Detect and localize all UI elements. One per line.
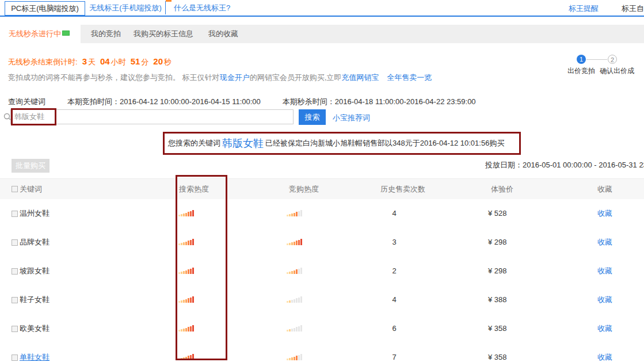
col-favorite: 收藏 (597, 179, 612, 200)
keyword-cell[interactable]: 温州女鞋 (20, 199, 49, 228)
search-button[interactable]: 搜索 (299, 109, 326, 125)
seckill-tab-label: 无线秒杀进行中 (9, 29, 61, 38)
sold-count-cell: 6 (368, 314, 420, 343)
message-keyword-link[interactable]: 韩版女鞋 (222, 136, 264, 150)
keyword-cell[interactable]: 坡跟女鞋 (20, 257, 49, 285)
select-all-checkbox[interactable] (12, 179, 18, 200)
page: PC标王(电脑端投放) 无线标王(手机端投放) 什么是无线标王? 标王提醒 标王… (0, 0, 644, 362)
price-cell: ¥ 388 (488, 285, 507, 314)
sold-count-cell: 7 (368, 343, 420, 362)
tab-my-auction[interactable]: 我的竞拍 (91, 25, 121, 43)
compete-heat-bars-icon (287, 268, 303, 274)
compete-heat-bars-icon (287, 210, 303, 216)
col-compete-heat: 竞购热度 (289, 179, 319, 200)
row-checkbox[interactable] (12, 355, 18, 361)
price-cell: ¥ 298 (488, 257, 507, 285)
compete-heat-bars-icon (287, 296, 303, 303)
row-checkbox[interactable] (12, 297, 18, 303)
countdown-label: 无线秒杀结束倒计时: (8, 58, 78, 66)
tab-seckill-active[interactable]: 无线秒杀进行中 (0, 25, 81, 43)
query-row: 查询关键词本期竞拍时间：2016-04-12 10:00:00-2016-04-… (8, 97, 498, 107)
countdown-unit: 秒 (164, 58, 172, 66)
countdown-unit: 天 (88, 58, 96, 66)
sold-count-cell: 2 (368, 257, 420, 285)
col-price: 体验价 (491, 179, 513, 200)
table-row: 单鞋女鞋7¥ 358收藏 (0, 343, 644, 362)
search-heat-bars-icon (178, 354, 195, 360)
search-heat-bars-icon (178, 296, 195, 303)
row-checkbox[interactable] (12, 268, 18, 275)
keyword-cell[interactable]: 鞋子女鞋 (20, 285, 49, 314)
favorite-link[interactable]: 收藏 (597, 199, 612, 228)
tab-pc-biaowang[interactable]: PC标王(电脑端投放) (5, 1, 85, 16)
biaowang-remind-link[interactable]: 标王提醒 (569, 3, 599, 14)
col-sold-count: 历史售卖次数 (380, 179, 425, 200)
notice-link[interactable]: 现金开户 (220, 73, 250, 82)
keyword-cell[interactable]: 品牌女鞋 (20, 228, 49, 257)
compete-heat-bars-icon (287, 325, 303, 331)
col-keyword: 关键词 (20, 179, 42, 200)
favorite-link[interactable]: 收藏 (597, 285, 612, 314)
step-2-circle: 2 (608, 55, 617, 64)
step-2-label: 确认出价成 (600, 66, 634, 76)
auction-time: 本期竞拍时间：2016-04-12 10:00:00-2016-04-15 11… (67, 97, 261, 106)
row-checkbox[interactable] (12, 326, 18, 332)
step-1-label: 出价竞拍 (567, 66, 595, 76)
compete-heat-bars-icon (287, 239, 303, 245)
sold-count-cell: 4 (368, 285, 420, 314)
search-heat-bars-icon (178, 239, 195, 245)
sold-count-cell: 3 (368, 228, 420, 257)
favorite-link[interactable]: 收藏 (597, 228, 612, 257)
table-row: 温州女鞋4¥ 528收藏 (0, 199, 644, 228)
countdown-unit: 分 (141, 58, 148, 66)
notice-text: 竞拍成功的词将不能再参与秒杀，建议您参与竞拍。 (8, 73, 180, 82)
search-heat-bars-icon (178, 210, 195, 216)
step-1-circle: 1 (577, 55, 586, 64)
row-checkbox[interactable] (12, 211, 18, 217)
favorite-link[interactable]: 收藏 (597, 257, 612, 285)
notice-link[interactable]: 充值网销宝 (341, 73, 379, 82)
countdown-number: 04 (100, 56, 110, 66)
keyword-purchased-message: 您搜索的关键词 韩版女鞋 已经被保定白沟新城小旭鞋帽销售部以348元于2016-… (163, 132, 521, 155)
keyword-cell[interactable]: 单鞋女鞋 (20, 343, 49, 362)
notice-link[interactable]: 全年售卖一览 (387, 73, 432, 82)
tab-my-favorites[interactable]: 我的收藏 (208, 25, 238, 43)
notice-text: 标王仅针对 (180, 73, 220, 82)
tab-what-is-wireless[interactable]: 什么是无线标王? (165, 1, 238, 14)
biaowang-auto-link[interactable]: 标王自 (622, 3, 644, 14)
query-keyword-label: 查询关键词 (8, 97, 45, 106)
tab-purchased-info[interactable]: 我购买的标王信息 (134, 25, 193, 43)
countdown-number: 20 (153, 56, 163, 66)
xiaobao-suggest-link[interactable]: 小宝推荐词 (333, 113, 370, 123)
price-cell: ¥ 358 (488, 314, 507, 343)
countdown-number: 51 (131, 56, 140, 66)
batch-buy-button[interactable]: 批量购买 (12, 159, 49, 173)
countdown-value: 3天04小时51分20秒 (78, 58, 172, 66)
row-checkbox[interactable] (12, 239, 18, 246)
favorite-link[interactable]: 收藏 (597, 343, 612, 362)
countdown-unit: 小时 (111, 58, 126, 66)
price-cell: ¥ 298 (488, 228, 507, 257)
sub-nav: 无线秒杀进行中 我的竞拍 我购买的标王信息 我的收藏 (0, 25, 644, 43)
tab-wireless-biaowang[interactable]: 无线标王(手机端投放) (86, 1, 165, 14)
table-row: 坡跟女鞋2¥ 298收藏 (0, 257, 644, 286)
put-date-range: 投放日期：2016-05-01 00:00:00 - 2016-05-31 23 (485, 160, 644, 170)
sold-count-cell: 4 (368, 199, 420, 228)
price-cell: ¥ 528 (488, 199, 507, 228)
keyword-search-input[interactable] (10, 109, 294, 124)
favorite-link[interactable]: 收藏 (597, 314, 612, 343)
notice-text: 的网销宝会员开放购买,立即 (250, 73, 342, 82)
seckill-time: 本期秒杀时间：2016-04-18 11:00:00-2016-04-22 23… (283, 97, 476, 106)
table-row: 欧美女鞋6¥ 358收藏 (0, 314, 644, 344)
table-row: 鞋子女鞋4¥ 388收藏 (0, 285, 644, 315)
step-connector (586, 59, 607, 60)
search-heat-bars-icon (178, 268, 195, 274)
price-cell: ¥ 358 (488, 343, 507, 362)
keyword-cell[interactable]: 欧美女鞋 (20, 314, 49, 343)
seckill-flag-icon (62, 31, 70, 36)
table-row: 品牌女鞋3¥ 298收藏 (0, 228, 644, 257)
search-heat-bars-icon (178, 325, 195, 331)
notice-line: 竞拍成功的词将不能再参与秒杀，建议您参与竞拍。 标王仅针对现金开户的网销宝会员开… (8, 73, 432, 83)
col-search-heat: 搜索热度 (179, 179, 209, 200)
compete-heat-bars-icon (287, 354, 303, 360)
